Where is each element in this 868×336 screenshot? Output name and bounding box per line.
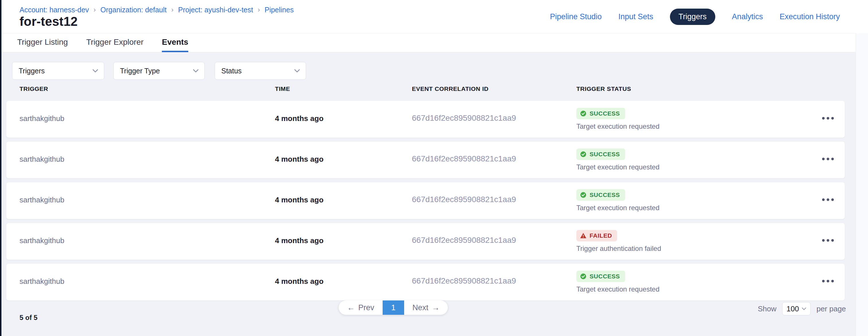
row-menu-button[interactable] [820, 115, 836, 122]
status-badge-success: SUCCESS [577, 189, 625, 201]
chevron-down-icon [193, 69, 198, 72]
chevron-down-icon [294, 69, 300, 72]
current-page-button[interactable]: 1 [383, 300, 404, 315]
trigger-status-cell: FAILED Trigger authentication failed [577, 230, 661, 253]
event-correlation-id: 667d16f2ec895908821c1aa9 [412, 154, 516, 163]
chevron-down-icon [92, 69, 98, 72]
trigger-name: sarthakgithub [20, 155, 64, 164]
dot-icon [822, 198, 825, 201]
row-menu-button[interactable] [820, 196, 836, 203]
per-page-label: per page [816, 304, 846, 313]
nav-triggers-active[interactable]: Triggers [670, 9, 715, 25]
tab-trigger-listing[interactable]: Trigger Listing [17, 34, 68, 52]
dot-icon [831, 280, 834, 282]
breadcrumb-pipelines[interactable]: Pipelines [265, 6, 293, 14]
nav-execution-history[interactable]: Execution History [780, 12, 840, 21]
page-size-value: 100 [786, 304, 799, 313]
results-count: 5 of 5 [20, 314, 38, 322]
dot-icon [827, 117, 829, 120]
column-header-time: TIME [275, 86, 290, 92]
dot-icon [822, 239, 825, 242]
trigger-type-filter-dropdown[interactable]: Trigger Type [113, 62, 205, 80]
status-detail: Trigger authentication failed [577, 244, 661, 253]
status-detail: Target execution requested [577, 285, 660, 293]
dot-icon [827, 239, 829, 242]
show-label: Show [758, 304, 776, 313]
dot-icon [822, 158, 825, 160]
event-row: sarthakgithub 4 months ago 667d16f2ec895… [6, 264, 845, 300]
triggers-filter-dropdown[interactable]: Triggers [12, 62, 104, 80]
prev-page-button[interactable]: ← Prev [339, 300, 383, 315]
status-detail: Target execution requested [577, 163, 660, 171]
sidebar-edge [0, 0, 1, 336]
column-header-event-correlation-id: EVENT CORRELATION ID [412, 86, 489, 92]
scrollbar-track[interactable] [856, 33, 868, 336]
status-badge-success: SUCCESS [577, 148, 625, 160]
row-menu-button[interactable] [820, 156, 836, 163]
check-circle-icon [580, 110, 587, 117]
event-correlation-id: 667d16f2ec895908821c1aa9 [412, 113, 516, 123]
trigger-status-cell: SUCCESS Target execution requested [577, 189, 660, 212]
event-row: sarthakgithub 4 months ago 667d16f2ec895… [6, 182, 845, 219]
check-circle-icon [580, 273, 587, 280]
prev-label: Prev [358, 303, 374, 312]
status-badge-label: SUCCESS [590, 273, 620, 280]
status-badge-label: FAILED [590, 232, 612, 239]
event-time: 4 months ago [275, 277, 323, 286]
trigger-status-cell: SUCCESS Target execution requested [577, 148, 660, 171]
event-row: sarthakgithub 4 months ago 667d16f2ec895… [6, 101, 845, 138]
status-filter-label: Status [221, 67, 242, 75]
status-badge-label: SUCCESS [590, 110, 620, 117]
row-menu-button[interactable] [820, 277, 836, 285]
nav-analytics[interactable]: Analytics [732, 12, 763, 21]
event-time: 4 months ago [275, 236, 323, 245]
page-size-control: Show 100 per page [758, 302, 846, 315]
event-time: 4 months ago [275, 196, 323, 204]
trigger-name: sarthakgithub [20, 236, 64, 245]
chevron-right-icon: › [258, 6, 260, 14]
tab-events[interactable]: Events [162, 34, 188, 52]
trigger-name: sarthakgithub [20, 114, 64, 123]
check-circle-icon [580, 192, 587, 198]
chevron-right-icon: › [172, 6, 174, 14]
dot-icon [822, 280, 825, 282]
event-time: 4 months ago [275, 155, 323, 164]
breadcrumb-organization[interactable]: Organization: default [100, 6, 167, 14]
column-header-trigger: TRIGGER [20, 86, 48, 92]
event-row: sarthakgithub 4 months ago 667d16f2ec895… [6, 142, 845, 178]
nav-input-sets[interactable]: Input Sets [618, 12, 653, 21]
next-page-button[interactable]: Next → [404, 300, 448, 315]
row-menu-button[interactable] [820, 237, 836, 244]
pipeline-nav: Pipeline Studio Input Sets Triggers Anal… [550, 9, 840, 25]
status-badge-failed: FAILED [577, 230, 617, 241]
nav-pipeline-studio[interactable]: Pipeline Studio [550, 12, 601, 21]
next-label: Next [412, 303, 429, 312]
tab-trigger-explorer[interactable]: Trigger Explorer [86, 34, 144, 52]
status-badge-label: SUCCESS [590, 192, 620, 198]
event-row: sarthakgithub 4 months ago 667d16f2ec895… [6, 223, 845, 260]
chevron-right-icon: › [94, 6, 96, 14]
dot-icon [831, 198, 834, 201]
event-correlation-id: 667d16f2ec895908821c1aa9 [412, 195, 516, 204]
trigger-name: sarthakgithub [20, 277, 64, 286]
status-badge-success: SUCCESS [577, 271, 625, 282]
column-header-trigger-status: TRIGGER STATUS [577, 86, 631, 92]
status-badge-success: SUCCESS [577, 108, 625, 119]
trigger-status-cell: SUCCESS Target execution requested [577, 271, 660, 293]
dot-icon [827, 198, 829, 201]
chevron-down-icon [802, 307, 806, 310]
breadcrumb-project[interactable]: Project: ayushi-dev-test [178, 6, 253, 14]
breadcrumb-account[interactable]: Account: harness-dev [20, 6, 89, 14]
page-header: Account: harness-dev › Organization: def… [1, 0, 868, 33]
dot-icon [831, 158, 834, 160]
event-correlation-id: 667d16f2ec895908821c1aa9 [412, 276, 516, 285]
status-detail: Target execution requested [577, 204, 660, 212]
warning-triangle-icon [580, 232, 587, 239]
event-correlation-id: 667d16f2ec895908821c1aa9 [412, 236, 516, 245]
status-filter-dropdown[interactable]: Status [215, 62, 306, 80]
page-title: for-test12 [20, 14, 78, 29]
arrow-left-icon: ← [347, 303, 355, 312]
page-size-select[interactable]: 100 [782, 302, 811, 315]
status-badge-label: SUCCESS [590, 151, 620, 158]
trigger-type-filter-label: Trigger Type [120, 67, 160, 75]
